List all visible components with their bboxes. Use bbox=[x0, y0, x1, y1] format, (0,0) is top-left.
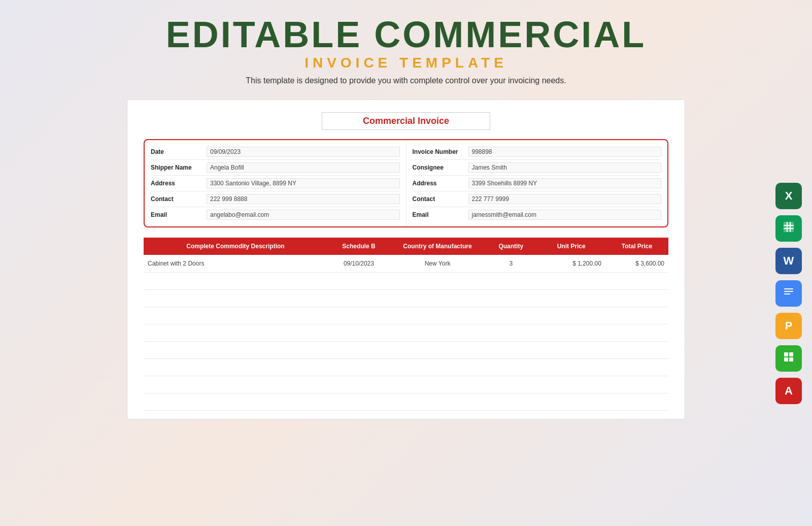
invoice-number-label: Invoice Number bbox=[413, 148, 468, 155]
table-row-empty bbox=[144, 358, 668, 376]
sidebar-icons: X W P bbox=[775, 183, 802, 404]
shipper-address-value: 3300 Santonio Village, 8899 NY bbox=[207, 178, 400, 188]
numbers-icon[interactable] bbox=[775, 345, 802, 372]
col-header-quantity: Quantity bbox=[485, 238, 537, 255]
sheets-icon[interactable] bbox=[775, 215, 802, 242]
col-header-country: Country of Manufacture bbox=[390, 238, 485, 255]
shipper-contact-label: Contact bbox=[151, 195, 207, 203]
consignee-name-label: Consignee bbox=[413, 164, 468, 171]
shipper-email-value: angelabo@email.com bbox=[207, 210, 400, 220]
page-header: EDITABLE COMMERCIAL INVOICE TEMPLATE Thi… bbox=[0, 0, 812, 90]
shipper-col: Date 09/09/2023 Shipper Name Angela Bofi… bbox=[145, 140, 407, 226]
consignee-col: Invoice Number 998898 Consignee James Sm… bbox=[407, 140, 668, 226]
row-unit-price: $ 1,200.00 bbox=[537, 255, 605, 272]
page-title-sub: INVOICE TEMPLATE bbox=[0, 55, 812, 71]
shipper-address-label: Address bbox=[151, 180, 207, 187]
col-header-description: Complete Commodity Description bbox=[144, 238, 327, 255]
word-icon[interactable]: W bbox=[775, 248, 802, 274]
consignee-email-row: Email jamessmith@email.com bbox=[413, 207, 662, 222]
shipper-name-row: Shipper Name Angela Bofill bbox=[151, 160, 400, 176]
table-row-empty bbox=[144, 289, 668, 307]
row-total-price: $ 3,600.00 bbox=[605, 255, 668, 272]
consignee-contact-row: Contact 222 777 9999 bbox=[413, 191, 662, 207]
shipper-name-label: Shipper Name bbox=[151, 164, 207, 171]
commodity-table: Complete Commodity Description Schedule … bbox=[144, 238, 668, 411]
shipper-name-value: Angela Bofill bbox=[207, 162, 400, 173]
table-row-empty bbox=[144, 376, 668, 393]
consignee-email-value: jamessmith@email.com bbox=[468, 210, 662, 220]
doc-header: Commercial Invoice bbox=[144, 112, 668, 130]
consignee-contact-label: Contact bbox=[413, 195, 468, 203]
table-row-empty bbox=[144, 341, 668, 358]
invoice-document: Commercial Invoice Date 09/09/2023 Shipp… bbox=[127, 100, 685, 419]
row-country: New York bbox=[390, 255, 485, 272]
excel-icon[interactable]: X bbox=[775, 183, 802, 209]
info-section: Date 09/09/2023 Shipper Name Angela Bofi… bbox=[144, 139, 668, 227]
table-row-empty bbox=[144, 324, 668, 341]
table-row-empty bbox=[144, 272, 668, 289]
table-row-empty bbox=[144, 307, 668, 324]
consignee-name-value: James Smith bbox=[468, 162, 662, 173]
date-row: Date 09/09/2023 bbox=[151, 144, 400, 160]
shipper-contact-value: 222 999 8888 bbox=[207, 194, 400, 204]
invoice-number-value: 998898 bbox=[468, 147, 662, 157]
row-schedule: 09/10/2023 bbox=[327, 255, 390, 272]
pdf-icon[interactable]: A bbox=[775, 378, 802, 404]
svg-rect-9 bbox=[789, 352, 793, 356]
table-header-row: Complete Commodity Description Schedule … bbox=[144, 238, 668, 255]
svg-rect-5 bbox=[784, 288, 793, 289]
svg-rect-10 bbox=[784, 357, 788, 361]
row-description: Cabinet with 2 Doors bbox=[144, 255, 327, 272]
invoice-number-row: Invoice Number 998898 bbox=[413, 144, 662, 160]
table-row: Cabinet with 2 Doors 09/10/2023 New York… bbox=[144, 255, 668, 272]
docs-icon[interactable] bbox=[775, 280, 802, 307]
shipper-address-row: Address 3300 Santonio Village, 8899 NY bbox=[151, 176, 400, 191]
shipper-email-label: Email bbox=[151, 211, 207, 218]
col-header-total-price: Total Price bbox=[605, 238, 668, 255]
svg-rect-0 bbox=[784, 222, 794, 232]
consignee-address-row: Address 3399 Shoehills 8899 NY bbox=[413, 176, 662, 191]
shipper-email-row: Email angelabo@email.com bbox=[151, 207, 400, 222]
row-quantity: 3 bbox=[485, 255, 537, 272]
svg-rect-6 bbox=[784, 291, 793, 292]
consignee-address-value: 3399 Shoehills 8899 NY bbox=[468, 178, 662, 188]
consignee-address-label: Address bbox=[413, 180, 468, 187]
consignee-contact-value: 222 777 9999 bbox=[468, 194, 662, 204]
svg-rect-11 bbox=[789, 357, 793, 361]
pages-icon[interactable]: P bbox=[775, 313, 802, 339]
consignee-name-row: Consignee James Smith bbox=[413, 160, 662, 176]
svg-rect-8 bbox=[784, 352, 788, 356]
table-row-empty bbox=[144, 393, 668, 410]
shipper-contact-row: Contact 222 999 8888 bbox=[151, 191, 400, 207]
page-title-main: EDITABLE COMMERCIAL bbox=[0, 16, 812, 53]
date-label: Date bbox=[151, 148, 207, 155]
svg-rect-7 bbox=[784, 293, 790, 294]
date-value: 09/09/2023 bbox=[207, 147, 400, 157]
page-description: This template is designed to provide you… bbox=[0, 76, 812, 85]
doc-title: Commercial Invoice bbox=[322, 112, 490, 130]
col-header-unit-price: Unit Price bbox=[537, 238, 605, 255]
consignee-email-label: Email bbox=[413, 211, 468, 218]
col-header-schedule: Schedule B bbox=[327, 238, 390, 255]
